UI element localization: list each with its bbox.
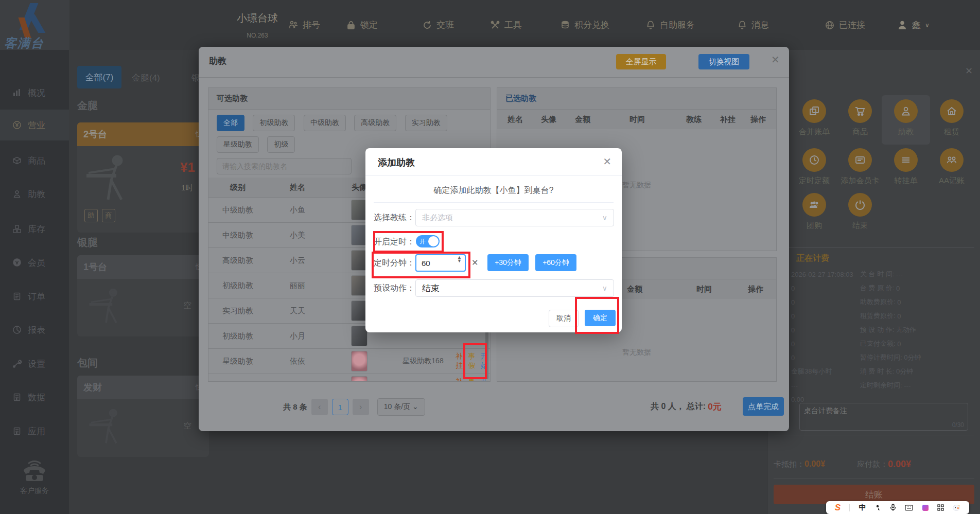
timer-toggle[interactable]: 开 xyxy=(416,235,440,247)
filter-middle[interactable]: 中级助教 xyxy=(304,115,346,131)
transfer-order-icon[interactable] xyxy=(894,148,918,172)
skin-icon[interactable] xyxy=(922,505,929,511)
tab-all-tables[interactable]: 全部(7) xyxy=(77,66,121,88)
link-buhang[interactable]: 补挂 xyxy=(456,352,466,370)
sidebar-item-member[interactable]: 会员 xyxy=(0,256,69,269)
add-assistant-modal: 添加助教 ✕ 确定添加此助教【小鱼】到桌台? 选择教练： 非必选项 ∨ 开启定时… xyxy=(365,148,622,332)
power-icon[interactable] xyxy=(848,193,872,217)
link-shijia[interactable]: 事假 xyxy=(468,377,478,382)
filter-star[interactable]: 星级助教 xyxy=(217,136,259,153)
close-icon[interactable]: ✕ xyxy=(771,54,780,66)
action-label[interactable]: 合并账单 xyxy=(791,127,838,137)
group-buy-icon[interactable] xyxy=(802,193,826,217)
billing-value: 0 xyxy=(897,298,901,306)
action-label[interactable]: 定时定额 xyxy=(791,176,838,186)
sidebar-item-apps[interactable]: 应用 xyxy=(0,424,69,438)
sidebar-item-reports[interactable]: 报表 xyxy=(0,323,69,336)
sidebar-item-orders[interactable]: 订单 xyxy=(0,290,69,303)
sidebar-item-goods[interactable]: 商品 xyxy=(0,154,69,167)
action-label[interactable]: 添加会员卡 xyxy=(836,176,884,186)
ink-icon[interactable] xyxy=(875,504,881,511)
filter-basic[interactable]: 初级 xyxy=(267,136,295,153)
billing-value: 0 xyxy=(896,285,900,292)
sogou-logo-icon[interactable]: S xyxy=(835,503,841,513)
ime-lang-mode[interactable]: 中 xyxy=(859,503,866,512)
pagination-prev-button[interactable]: ‹ xyxy=(311,399,328,415)
confirm-button[interactable]: 确定 xyxy=(585,310,616,326)
plus-60-button[interactable]: +60分钟 xyxy=(535,254,576,271)
plus-30-button[interactable]: +30分钟 xyxy=(487,254,529,271)
assistant-person-icon[interactable] xyxy=(894,99,918,123)
table-card-2[interactable]: 2号台 快 ¥1 1时 助 商 xyxy=(77,122,209,233)
coach-select[interactable]: 非必选项 ∨ xyxy=(415,209,614,226)
sidebar-item-business[interactable]: 营业 xyxy=(0,118,69,132)
per-page-select[interactable]: 10 条/页 ⌄ xyxy=(377,398,425,416)
sidebar-item-inventory[interactable]: 库存 xyxy=(0,222,69,236)
merge-bill-icon[interactable] xyxy=(802,99,826,123)
order-done-button[interactable]: 点单完成 xyxy=(743,397,784,416)
sidebar-item-settings[interactable]: 设置 xyxy=(0,357,69,370)
sidebar-item-assistant[interactable]: 助教 xyxy=(0,187,69,201)
close-icon[interactable]: ✕ xyxy=(603,155,611,168)
filter-intern[interactable]: 实习助教 xyxy=(405,115,447,131)
tab-gold-tables[interactable]: 金腿(4) xyxy=(132,72,160,84)
filter-junior[interactable]: 初级助教 xyxy=(253,115,295,131)
stepper-arrows-icon[interactable]: ▲▼ xyxy=(457,256,462,263)
nav-messages[interactable]: 消息 xyxy=(737,0,769,50)
action-label[interactable]: 团购 xyxy=(791,221,838,231)
house-icon[interactable] xyxy=(940,99,964,123)
aa-split-icon[interactable] xyxy=(940,148,964,172)
action-label[interactable]: 助教 xyxy=(882,127,930,137)
pagination-next-button[interactable]: › xyxy=(353,399,369,415)
assistant-row-yiyi[interactable]: 星级助教 依依 星级助教168 补挂 事假 开始 xyxy=(208,348,491,374)
document-icon xyxy=(12,292,22,301)
assistant-level: 初级 xyxy=(208,382,267,382)
clear-minutes-icon[interactable]: ✕ xyxy=(471,258,478,268)
assistant-search-input[interactable] xyxy=(217,158,352,174)
nav-queue[interactable]: 排号 xyxy=(288,0,320,50)
toolbox-grid-icon[interactable] xyxy=(937,504,944,511)
action-label[interactable]: 商品 xyxy=(836,127,884,137)
sidebar-item-overview[interactable]: 概况 xyxy=(0,86,69,99)
nav-lock[interactable]: 锁定 xyxy=(346,0,378,50)
mascot-icon[interactable] xyxy=(953,504,960,511)
table-card-1[interactable]: 1号台 快 空 xyxy=(77,255,209,336)
cart-icon[interactable] xyxy=(848,99,872,123)
microphone-icon[interactable] xyxy=(890,504,896,511)
nav-points-exchange[interactable]: 积分兑换 xyxy=(560,0,609,50)
preset-select[interactable]: 结束 ∨ xyxy=(415,279,614,297)
button-label: +60分钟 xyxy=(542,258,569,268)
pagination-page-1[interactable]: 1 xyxy=(332,399,348,415)
assistant-row[interactable]: 初级 小阳 初级88 补挂 事假 开始 xyxy=(208,374,491,382)
nav-tools[interactable]: 工具 xyxy=(490,0,522,50)
nav-self-service[interactable]: 自助服务 xyxy=(645,0,695,50)
nav-shift-change[interactable]: 交班 xyxy=(422,0,454,50)
sidebar-item-data[interactable]: 数据 xyxy=(0,391,69,404)
action-label[interactable]: 转挂单 xyxy=(882,176,930,186)
action-label[interactable]: 租赁 xyxy=(928,127,975,137)
switch-view-button[interactable]: 切换视图 xyxy=(698,54,749,69)
pagination-total: 共 8 条 xyxy=(283,402,307,412)
phone-icon[interactable] xyxy=(20,455,49,485)
filter-all[interactable]: 全部 xyxy=(217,115,244,131)
filter-senior[interactable]: 高级助教 xyxy=(354,115,396,131)
member-card-icon[interactable] xyxy=(848,148,872,172)
ime-toolbar[interactable]: S 中 xyxy=(826,501,969,514)
action-label[interactable]: 结束 xyxy=(836,221,884,231)
app-logo: 客满台 xyxy=(0,0,69,50)
billing-note-input[interactable] xyxy=(799,403,968,431)
keyboard-icon[interactable] xyxy=(905,505,913,511)
billing-left-value: 0 xyxy=(791,340,860,348)
top-bar: 客满台 小璟台球 NO.263 排号 锁定 交班 工具 积分兑换 自助服务 xyxy=(0,0,980,50)
close-icon[interactable]: ✕ xyxy=(965,65,973,77)
action-label[interactable]: AA记账 xyxy=(928,176,975,186)
link-shijia[interactable]: 事假 xyxy=(468,352,478,370)
assistant-name: 小云 xyxy=(267,256,328,265)
table-card-facai[interactable]: 发财 快 空 xyxy=(77,376,209,457)
user-menu[interactable]: 鑫 ∨ xyxy=(897,0,930,50)
link-buhang[interactable]: 补挂 xyxy=(456,377,466,382)
nav-connected[interactable]: 已连接 xyxy=(825,0,865,50)
timer-icon[interactable] xyxy=(802,148,826,172)
fullscreen-button[interactable]: 全屏显示 xyxy=(616,54,666,69)
cancel-button[interactable]: 取消 xyxy=(549,310,579,327)
